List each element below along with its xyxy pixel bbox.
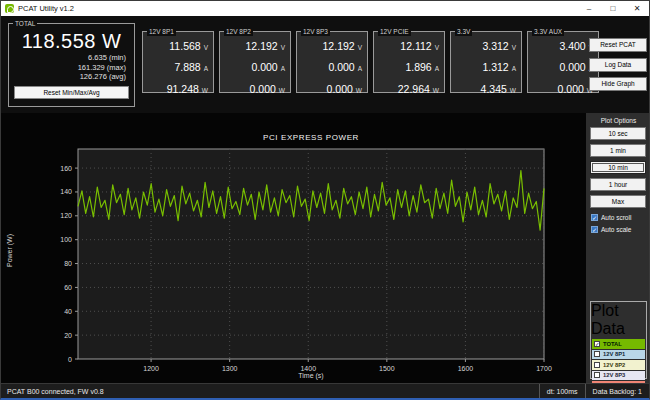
rail-voltage-unit: V xyxy=(204,44,208,51)
rail-power-value: 0.000 xyxy=(558,83,584,95)
total-panel: TOTAL 118.558 W 6.635 (min) 161.329 (max… xyxy=(8,23,135,107)
rail-power-value: 0.000 xyxy=(250,83,276,95)
rail-current-value: 0.000 xyxy=(559,61,585,73)
plot-range-button-max[interactable]: Max xyxy=(590,195,646,208)
rail-voltage-unit: V xyxy=(358,44,362,51)
rail-power-unit: W xyxy=(433,87,439,94)
rail-power-value: 22.964 xyxy=(398,83,430,95)
rail-power-row: 22.964W xyxy=(374,79,444,97)
rail-voltage-row: 12.112V xyxy=(374,36,444,54)
rail-voltage-unit: V xyxy=(435,44,439,51)
rail-panel-label: 12V 8P3 xyxy=(301,28,330,36)
auto-scroll-checkbox[interactable]: ✓ xyxy=(591,214,598,221)
legend-label: 12V 8P1 xyxy=(603,351,625,357)
rail-panel-label: 3.3V xyxy=(455,28,472,36)
plot-range-button-1-hour[interactable]: 1 hour xyxy=(590,178,646,191)
status-bar: PCAT B00 connected, FW v0.8 dt: 100ms Da… xyxy=(1,383,649,399)
auto-scale-checkbox[interactable]: ✓ xyxy=(591,226,598,233)
legend-item-12v-8p1[interactable]: 12V 8P1 xyxy=(592,350,645,360)
legend-item-12v-8p3[interactable]: 12V 8P3 xyxy=(592,371,645,381)
window-title: PCAT Utility v1.2 xyxy=(18,4,577,13)
rail-current-row: 1.896A xyxy=(374,57,444,75)
rail-voltage-value: 11.568 xyxy=(169,40,200,52)
rail-current-row: 0.000A xyxy=(297,57,367,75)
legend-checkbox[interactable] xyxy=(594,362,600,368)
auto-scroll-checkbox-row[interactable]: ✓Auto scroll xyxy=(591,214,631,221)
rail-voltage-row: 12.192V xyxy=(220,36,290,54)
rail-voltage-row: 12.192V xyxy=(297,36,367,54)
x-tick-label: 1600 xyxy=(458,365,474,372)
legend-label: TOTAL xyxy=(603,341,622,347)
y-tick-label: 120 xyxy=(60,212,72,219)
hide-graph-button[interactable]: Hide Graph xyxy=(589,77,647,91)
data-backlog-status: Data Backlog: 1 xyxy=(585,384,649,399)
rail-current-row: 7.888A xyxy=(143,57,213,75)
x-tick-label: 1300 xyxy=(222,365,238,372)
rail-panel-3-3v: 3.3V3.312V1.312A4.345W xyxy=(450,31,522,93)
checkbox-label: Auto scroll xyxy=(601,214,631,221)
plot-sidebar: Plot Options 10 sec1 min10 min1 hourMax … xyxy=(586,113,650,383)
rail-power-unit: W xyxy=(356,87,362,94)
rail-panel-12v-8p3: 12V 8P312.192V0.000A0.000W xyxy=(296,31,368,93)
rail-current-unit: A xyxy=(435,65,439,72)
y-tick-label: 0 xyxy=(68,356,72,363)
rail-voltage-unit: V xyxy=(281,44,285,51)
total-panel-label: TOTAL xyxy=(13,20,37,28)
close-button[interactable]: ✕ xyxy=(625,1,649,16)
rail-power-value: 4.345 xyxy=(481,83,507,95)
minimize-button[interactable]: – xyxy=(577,1,601,16)
rail-panel-12v-8p1: 12V 8P111.568V7.888A91.248W xyxy=(142,31,214,93)
legend-item-total[interactable]: ✓TOTAL xyxy=(592,339,645,349)
dt-status: dt: 100ms xyxy=(539,384,585,399)
rail-power-row: 0.000W xyxy=(220,79,290,97)
title-bar: PCAT Utility v1.2 – □ ✕ xyxy=(1,1,649,16)
rail-power-row: 4.345W xyxy=(451,79,521,97)
chart-xlabel: Time (s) xyxy=(78,372,544,379)
rail-current-value: 1.312 xyxy=(482,61,508,73)
plot-range-button-1-min[interactable]: 1 min xyxy=(590,144,646,157)
auto-scale-checkbox-row[interactable]: ✓Auto scale xyxy=(591,226,631,233)
reset-pcat-button[interactable]: Reset PCAT xyxy=(589,38,647,52)
rail-voltage-value: 3.400 xyxy=(559,40,585,52)
y-tick-label: 140 xyxy=(60,188,72,195)
rail-voltage-row: 3.312V xyxy=(451,36,521,54)
legend-checkbox[interactable] xyxy=(594,372,600,378)
legend-item-12v-8p2[interactable]: 12V 8P2 xyxy=(592,360,645,370)
chart-ylabel: Power (W) xyxy=(6,221,13,281)
chart-title: PCI EXPRESS POWER xyxy=(78,133,544,142)
reset-min-max-avg-button[interactable]: Reset Min/Max/Avg xyxy=(14,86,129,99)
y-tick-label: 40 xyxy=(64,308,72,315)
rail-panel-12v-8p2: 12V 8P212.192V0.000A0.000W xyxy=(219,31,291,93)
rail-power-row: 0.000W xyxy=(528,79,598,97)
rail-power-unit: W xyxy=(279,87,285,94)
y-tick-label: 20 xyxy=(64,332,72,339)
x-tick-label: 1400 xyxy=(300,365,316,372)
rail-panel-label: 3.3V AUX xyxy=(532,28,564,36)
rail-voltage-unit: V xyxy=(512,44,516,51)
rail-voltage-value: 3.312 xyxy=(482,40,508,52)
rail-current-unit: A xyxy=(512,65,516,72)
maximize-button[interactable]: □ xyxy=(601,1,625,16)
rail-voltage-value: 12.192 xyxy=(246,40,278,52)
rail-current-value: 0.000 xyxy=(328,61,354,73)
rail-voltage-row: 11.568V xyxy=(143,36,213,54)
log-data-button[interactable]: Log Data xyxy=(589,58,647,72)
plot-range-button-10-min[interactable]: 10 min xyxy=(590,161,646,174)
y-tick-label: 100 xyxy=(60,236,72,243)
rail-current-row: 0.000A xyxy=(220,57,290,75)
x-tick-label: 1200 xyxy=(143,365,159,372)
rail-current-row: 1.312A xyxy=(451,57,521,75)
x-tick-label: 1700 xyxy=(536,365,552,372)
rail-power-value: 0.000 xyxy=(327,83,353,95)
power-chart-area: 0204060801001201401601200130014001500160… xyxy=(1,113,586,383)
legend-checkbox[interactable] xyxy=(594,351,600,357)
rail-power-value: 91.248 xyxy=(167,83,199,95)
legend-label: 12V 8P2 xyxy=(603,362,625,368)
plot-area xyxy=(78,149,544,359)
y-tick-label: 160 xyxy=(60,165,72,172)
measurement-header: TOTAL 118.558 W 6.635 (min) 161.329 (max… xyxy=(1,16,649,113)
rail-voltage-value: 12.112 xyxy=(400,40,431,52)
rail-current-value: 0.000 xyxy=(251,61,277,73)
legend-checkbox[interactable]: ✓ xyxy=(594,341,600,347)
plot-range-button-10-sec[interactable]: 10 sec xyxy=(590,127,646,140)
